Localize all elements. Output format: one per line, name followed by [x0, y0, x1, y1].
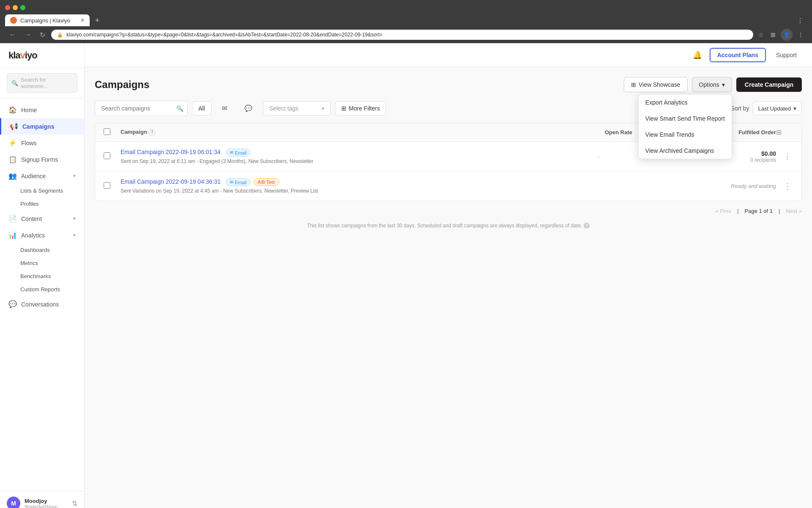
- url-text: klaviyo.com/campaigns?q=&status=&type=&p…: [66, 32, 382, 38]
- create-campaign-btn[interactable]: Create Campaign: [736, 77, 802, 92]
- row2-checkbox[interactable]: [104, 182, 110, 189]
- tab-title: Campaigns | Klaviyo: [20, 17, 70, 24]
- more-filters-btn[interactable]: ⊞ More Filters: [335, 101, 387, 116]
- sidebar-item-campaigns[interactable]: 📢 Campaigns: [0, 118, 84, 135]
- select-all-checkbox[interactable]: [104, 128, 110, 135]
- sidebar-item-analytics[interactable]: 📊 Analytics ▾: [0, 227, 84, 243]
- notifications-btn[interactable]: 🔔: [690, 48, 705, 62]
- page-header: Campaigns ⊞ View Showcase Options ▾ Expo: [95, 77, 802, 92]
- sidebar-item-custom-reports[interactable]: Custom Reports: [20, 283, 84, 296]
- browser-more-btn[interactable]: ⋮: [793, 15, 807, 26]
- row1-more-actions-btn[interactable]: ⋮: [782, 150, 793, 163]
- view-archived-campaigns-item[interactable]: View Archived Campaigns: [639, 143, 732, 159]
- prev-page-btn[interactable]: « Prev: [716, 208, 732, 214]
- extensions-btn[interactable]: ⊞: [769, 30, 777, 40]
- sidebar-item-profiles[interactable]: Profiles: [20, 197, 84, 210]
- badge-email: ✉ Email: [226, 149, 251, 157]
- window-minimize[interactable]: [13, 5, 18, 10]
- sort-select[interactable]: Last Updated ▾: [753, 102, 802, 115]
- window-close[interactable]: [5, 5, 10, 10]
- sidebar-item-label: Signup Forms: [21, 156, 58, 163]
- search-submit-btn[interactable]: 🔍: [176, 105, 184, 112]
- view-email-trends-item[interactable]: View Email Trends: [639, 127, 732, 143]
- chevron-down-icon: ▾: [722, 81, 725, 88]
- profile-btn[interactable]: 👤: [781, 29, 793, 41]
- new-tab-btn[interactable]: +: [91, 14, 103, 26]
- benchmarks-label: Benchmarks: [20, 273, 51, 279]
- browser-tab-active[interactable]: Campaigns | Klaviyo ✕: [5, 14, 90, 26]
- tab-favicon: [10, 17, 17, 24]
- user-account-area[interactable]: M Moodjoy 9ba4e9ef@moo... ⇅: [0, 491, 84, 508]
- next-page-btn[interactable]: Next »: [786, 208, 802, 214]
- main-content: 🔔 Account Plans Support Campaigns ⊞ View…: [85, 43, 812, 508]
- row2-more-actions-btn[interactable]: ⋮: [782, 180, 793, 193]
- campaign-col-header: Campaign ?: [121, 129, 565, 136]
- filter-sms-tab[interactable]: 💬: [238, 101, 259, 116]
- refresh-btn[interactable]: ↻: [37, 29, 48, 41]
- sidebar-item-label: Home: [21, 107, 37, 113]
- back-btn[interactable]: ←: [7, 29, 19, 40]
- page-content: Campaigns ⊞ View Showcase Options ▾ Expo: [85, 67, 812, 508]
- options-dropdown-menu: Export Analytics View Smart Send Time Re…: [638, 94, 732, 159]
- sidebar-item-flows[interactable]: ⚡ Flows: [0, 135, 84, 151]
- sidebar-item-metrics[interactable]: Metrics: [20, 257, 84, 270]
- address-bar[interactable]: 🔒 klaviyo.com/campaigns?q=&status=&type=…: [51, 30, 753, 40]
- row1-campaign-name[interactable]: Email Campaign 2022-09-19 06:01:34: [121, 149, 221, 155]
- actions-col-header: ⊞: [776, 128, 793, 136]
- columns-settings-icon[interactable]: ⊞: [776, 129, 782, 136]
- sidebar-item-dashboards[interactable]: Dashboards: [20, 243, 84, 257]
- sidebar-item-content[interactable]: 📄 Content ▾: [0, 210, 84, 227]
- chevron-down-icon: ▾: [73, 173, 76, 179]
- campaign-help-icon[interactable]: ?: [148, 129, 155, 136]
- tags-select[interactable]: Select tags ▾: [263, 101, 331, 116]
- row2-badges: ✉ Email A/B Test: [226, 178, 279, 185]
- sidebar-item-label: Conversations: [21, 301, 59, 308]
- list-note-info-icon[interactable]: ?: [584, 223, 590, 229]
- row2-campaign-meta: Sent Variations on Sep 19, 2022 at 4:45 …: [121, 188, 565, 194]
- menu-btn[interactable]: ⋮: [796, 30, 805, 40]
- badge-email: ✉ Email: [226, 178, 251, 186]
- global-search-input[interactable]: 🔍 Search for someone...: [7, 73, 77, 93]
- campaigns-search-input[interactable]: [95, 101, 188, 116]
- options-btn[interactable]: Options ▾: [692, 77, 732, 92]
- sidebar-item-audience[interactable]: 👥 Audience ▾: [0, 168, 84, 184]
- sidebar-item-label: Flows: [21, 140, 37, 146]
- row2-fulfilled-order: Ready and waiting: [700, 183, 776, 189]
- row2-checkbox-cell: [104, 182, 121, 190]
- pagination: « Prev | Page 1 of 1 | Next »: [95, 201, 802, 218]
- sidebar-item-home[interactable]: 🏠 Home: [0, 102, 84, 118]
- row1-checkbox-cell: [104, 152, 121, 160]
- filter-email-tab[interactable]: ✉: [216, 101, 234, 116]
- bookmark-btn[interactable]: ☆: [757, 30, 765, 40]
- row1-campaign-cell: Email Campaign 2022-09-19 06:01:34 ✉ Ema…: [121, 149, 565, 164]
- sidebar-item-signup-forms[interactable]: 📋 Signup Forms: [0, 151, 84, 168]
- row2-campaign-cell: Email Campaign 2022-09-19 04:36:31 ✉ Ema…: [121, 178, 565, 194]
- badge-ab: A/B Test: [254, 178, 279, 186]
- sidebar-item-lists-segments[interactable]: Lists & Segments: [20, 184, 84, 197]
- account-plans-btn[interactable]: Account Plans: [710, 48, 766, 62]
- row2-campaign-name[interactable]: Email Campaign 2022-09-19 04:36:31: [121, 178, 221, 185]
- page-actions: ⊞ View Showcase Options ▾ Export Analyti…: [624, 77, 802, 92]
- user-expand-icon: ⇅: [72, 500, 77, 508]
- avatar-initial: M: [11, 500, 16, 507]
- view-showcase-btn[interactable]: ⊞ View Showcase: [624, 77, 688, 92]
- sidebar-nav: 🏠 Home 📢 Campaigns ⚡ Flows 📋 Signup Form…: [0, 98, 84, 491]
- forward-btn[interactable]: →: [22, 29, 34, 40]
- sidebar-item-conversations[interactable]: 💬 Conversations: [0, 296, 84, 312]
- audience-icon: 👥: [8, 172, 17, 180]
- smart-send-time-report-item[interactable]: View Smart Send Time Report: [639, 110, 732, 127]
- sidebar-item-benchmarks[interactable]: Benchmarks: [20, 270, 84, 283]
- window-maximize[interactable]: [20, 5, 25, 10]
- metrics-label: Metrics: [20, 260, 38, 266]
- tags-placeholder: Select tags: [269, 105, 299, 112]
- support-btn[interactable]: Support: [771, 49, 802, 61]
- row1-open-rate: -: [565, 153, 632, 160]
- content-icon: 📄: [8, 215, 17, 223]
- row1-checkbox[interactable]: [104, 152, 110, 159]
- filter-all-tab[interactable]: All: [192, 101, 211, 116]
- export-analytics-item[interactable]: Export Analytics: [639, 94, 732, 110]
- tab-close-btn[interactable]: ✕: [80, 17, 85, 23]
- sort-value: Last Updated: [758, 105, 791, 112]
- row2-actions: ⋮: [776, 180, 793, 193]
- user-email: 9ba4e9ef@moo...: [25, 504, 68, 508]
